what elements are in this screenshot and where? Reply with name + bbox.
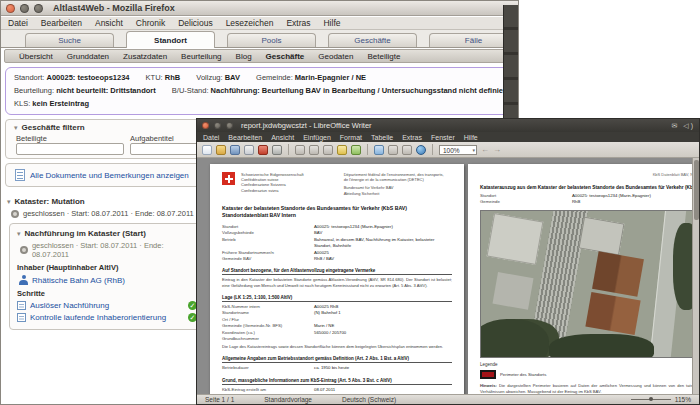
menu-ansicht[interactable]: Ansicht [271, 134, 294, 141]
maximize-icon[interactable] [34, 4, 43, 13]
back-arrow-icon[interactable]: ← [481, 145, 489, 154]
maximize-icon[interactable] [226, 122, 233, 129]
photo-building-roof [487, 213, 544, 265]
toolbar-separator [288, 144, 289, 155]
menu-extras[interactable]: Extras [402, 134, 422, 141]
step-link-kontrolle[interactable]: Kontrolle laufende Inhaberorientierung [30, 313, 184, 322]
menu-datei[interactable]: Datei [8, 18, 28, 28]
tab-suche[interactable]: Suche [25, 33, 114, 47]
nachfuehrung-title[interactable]: Nachführung im Kataster (Start) [17, 229, 197, 238]
subnav-blog[interactable]: Blog [236, 52, 252, 61]
menu-lesezeichen[interactable]: Lesezeichen [226, 18, 274, 28]
zoom-control[interactable]: 115% [631, 396, 691, 403]
field-row: Gemeinde BAVRhB / BAV [222, 256, 452, 262]
writer-scrollbar[interactable] [692, 158, 699, 396]
schritte-label: Schritte [17, 289, 197, 298]
menu-einfuegen[interactable]: Einfügen [303, 134, 331, 141]
task-icon [17, 313, 26, 322]
close-icon[interactable] [6, 4, 15, 13]
menu-chronik[interactable]: Chronik [136, 18, 165, 28]
section-heading: Allgemeine Angaben zum Betriebsstandort … [222, 356, 452, 363]
letterhead: Schweizerische EidgenossenschaftConfédér… [222, 172, 452, 196]
zoom-slider[interactable] [631, 399, 671, 400]
menu-format[interactable]: Format [340, 134, 362, 141]
report-title: Kataster der belasteten Standorte des Bu… [222, 205, 434, 219]
all-documents-link[interactable]: Alle Dokumente und Bemerkungen anzeigen [30, 171, 189, 180]
status-icon [20, 246, 28, 254]
tray-icons[interactable]: ✉ ◁) [671, 122, 695, 130]
tab-standort[interactable]: Standort [126, 31, 215, 48]
tab-pools[interactable]: Pools [227, 33, 316, 47]
desktop: Altlast4Web - Mozilla Firefox Datei Bear… [0, 0, 700, 405]
menu-delicious[interactable]: Delicious [178, 18, 213, 28]
copy-icon[interactable] [309, 145, 319, 155]
info-line-1: Standort: A00025: testoeops1234 KTU: RhB… [14, 73, 500, 82]
minimize-icon[interactable] [214, 122, 221, 129]
page-corner-text: KbS Datenblatt BAV, Nr. A00025 [480, 172, 699, 177]
writer-window: report.jxdwbgwcstzt - LibreOffice Writer… [196, 118, 700, 405]
field-row: Betriebsdauerca. 1950 bis heute [222, 365, 452, 371]
document-area: Schweizerische EidgenossenschaftConfédér… [197, 158, 699, 396]
scrollbar-thumb[interactable] [694, 160, 699, 220]
field-row: BetriebBahnareal, in diesem BAV, Nachfüh… [222, 237, 452, 250]
zoom-select[interactable]: 100% [439, 145, 477, 155]
photo-building-roof [579, 216, 625, 255]
photo-red-roof-building [592, 251, 643, 296]
minimize-icon[interactable] [20, 4, 29, 13]
sub-navigation: Übersicht Grunddaten Zusatzdaten Beurtei… [4, 49, 510, 63]
legend-item-label: Perimeter des Standorts [500, 372, 546, 377]
print-icon[interactable] [272, 145, 282, 155]
department-lines: Département fédéral de l'environnement, … [344, 172, 444, 196]
find-replace-icon[interactable] [374, 145, 384, 155]
tab-geschaefte[interactable]: Geschäfte [328, 33, 417, 47]
task-icon [17, 301, 26, 310]
subnav-zusatzdaten[interactable]: Zusatzdaten [123, 52, 167, 61]
beteiligte-input[interactable] [16, 143, 124, 155]
close-icon[interactable] [202, 122, 209, 129]
status-page[interactable]: Seite 1 / 1 [205, 396, 234, 403]
menu-fenster[interactable]: Fenster [431, 134, 455, 141]
gallery-icon[interactable] [402, 145, 412, 155]
menu-ansicht[interactable]: Ansicht [95, 18, 123, 28]
kataster-title[interactable]: Kataster: Mutation [7, 197, 207, 206]
status-language[interactable]: Deutsch (Schweiz) [342, 396, 396, 403]
menu-bearbeiten[interactable]: Bearbeiten [41, 18, 82, 28]
status-style[interactable]: Standardvorlage [264, 396, 312, 403]
photo-trees [480, 319, 549, 358]
menu-extras[interactable]: Extras [286, 18, 310, 28]
menu-bearbeiten[interactable]: Bearbeiten [228, 134, 262, 141]
subnav-uebersicht[interactable]: Übersicht [19, 52, 53, 61]
export-pdf-icon[interactable] [258, 145, 268, 155]
hyperlink-icon[interactable] [416, 145, 426, 155]
navigator-icon[interactable] [388, 145, 398, 155]
undo-icon[interactable] [337, 145, 347, 155]
email-icon[interactable] [244, 145, 254, 155]
subnav-beteiligte[interactable]: Beteiligte [367, 52, 400, 61]
field-row: GemeindeRhB [480, 199, 699, 205]
step-link-ausloeser[interactable]: Auslöser Nachführung [30, 301, 184, 310]
writer-statusbar: Seite 1 / 1 Standardvorlage Deutsch (Sch… [197, 394, 699, 404]
menu-hilfe[interactable]: Hilfe [323, 18, 340, 28]
subnav-beurteilung[interactable]: Beurteilung [181, 52, 221, 61]
nachfuehrung-status: geschlossen · Start: 08.07.2011 · Ende: … [32, 241, 197, 259]
swiss-cross-logo [222, 172, 235, 185]
writer-toolbar: 100% ← → [197, 142, 699, 158]
menu-hilfe[interactable]: Hilfe [464, 134, 478, 141]
menu-tabelle[interactable]: Tabelle [371, 134, 393, 141]
subnav-geschaefte[interactable]: Geschäfte [266, 52, 305, 61]
forward-arrow-icon[interactable]: → [493, 145, 501, 154]
menu-datei[interactable]: Datei [203, 134, 219, 141]
firefox-titlebar[interactable]: Altlast4Web - Mozilla Firefox [1, 1, 518, 16]
hinweis-text: Die dargestellten Perimeter basieren auf… [480, 383, 699, 394]
subnav-geodaten[interactable]: Geodaten [318, 52, 353, 61]
open-icon[interactable] [216, 145, 226, 155]
writer-titlebar[interactable]: report.jxdwbgwcstzt - LibreOffice Writer… [197, 119, 699, 132]
paste-icon[interactable] [323, 145, 333, 155]
save-icon[interactable] [230, 145, 240, 155]
subnav-grunddaten[interactable]: Grunddaten [67, 52, 109, 61]
section-paragraph: Die Lage des Katastereintrags sowie dess… [222, 344, 452, 350]
new-document-icon[interactable] [202, 145, 212, 155]
inhaber-link[interactable]: Rhätische Bahn AG (RhB) [32, 276, 125, 285]
cut-icon[interactable] [295, 145, 305, 155]
redo-icon[interactable] [351, 145, 361, 155]
